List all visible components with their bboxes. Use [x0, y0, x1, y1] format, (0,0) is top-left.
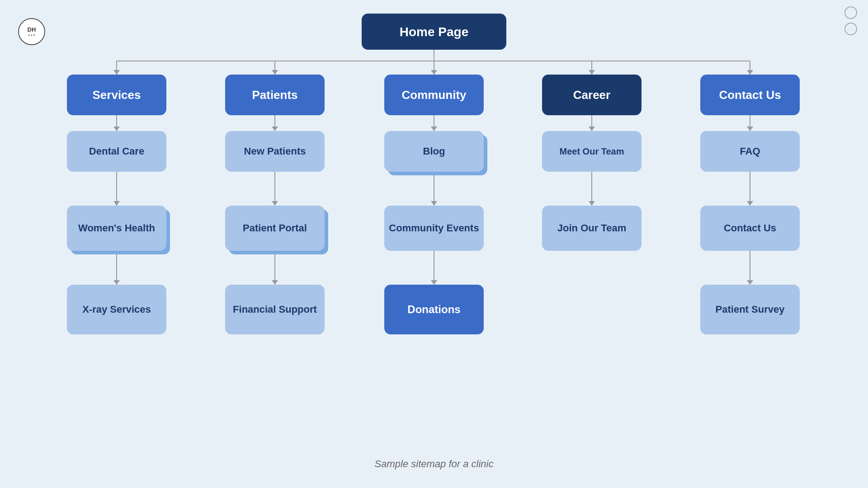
logo-text: DH	[28, 26, 36, 33]
svg-marker-35	[272, 280, 278, 285]
career-node[interactable]: Career	[542, 75, 642, 115]
blog-node[interactable]: Blog	[384, 131, 484, 172]
svg-marker-25	[272, 201, 278, 206]
svg-marker-8	[272, 70, 278, 75]
womens-health-node[interactable]: Women's Health	[67, 206, 166, 251]
financial-support-node[interactable]: Financial Support	[225, 285, 325, 334]
svg-marker-31	[747, 201, 753, 206]
community-events-node[interactable]: Community Events	[384, 206, 484, 251]
donations-node[interactable]: Donations	[384, 285, 484, 334]
svg-marker-11	[747, 70, 753, 75]
services-node[interactable]: Services	[67, 75, 166, 115]
corner-button-mid[interactable]	[844, 23, 857, 35]
svg-marker-33	[113, 280, 120, 285]
corner-button-top[interactable]	[844, 6, 857, 19]
dental-care-node[interactable]: Dental Care	[67, 131, 166, 172]
patient-portal-node[interactable]: Patient Portal	[225, 206, 325, 251]
xray-services-node[interactable]: X-ray Services	[67, 285, 166, 334]
patient-survey-node[interactable]: Patient Survey	[700, 285, 800, 334]
contact-us-l3-node[interactable]: Contact Us	[700, 206, 800, 251]
svg-marker-7	[113, 70, 120, 75]
svg-marker-37	[431, 280, 437, 285]
svg-marker-9	[431, 70, 437, 75]
patients-node[interactable]: Patients	[225, 75, 325, 115]
caption: Sample sitemap for a clinic	[375, 458, 494, 470]
svg-marker-17	[431, 127, 437, 131]
svg-marker-23	[113, 201, 120, 206]
join-our-team-node[interactable]: Join Our Team	[542, 206, 642, 251]
logo-subtext: • • •	[28, 33, 35, 38]
blog-node-stack: Blog	[384, 131, 484, 172]
svg-marker-10	[589, 70, 595, 75]
svg-marker-29	[589, 201, 595, 206]
logo: DH • • •	[18, 18, 45, 45]
patient-portal-stack: Patient Portal	[225, 206, 325, 251]
contact-us-node[interactable]: Contact Us	[700, 75, 800, 115]
svg-marker-21	[747, 127, 753, 131]
new-patients-node[interactable]: New Patients	[225, 131, 325, 172]
svg-marker-39	[747, 280, 753, 285]
svg-marker-19	[589, 127, 595, 131]
meet-our-team-node[interactable]: Meet Our Team	[542, 131, 642, 172]
svg-marker-15	[272, 127, 278, 131]
svg-marker-13	[113, 127, 120, 131]
community-node[interactable]: Community	[384, 75, 484, 115]
faq-node[interactable]: FAQ	[700, 131, 800, 172]
home-page-node[interactable]: Home Page	[362, 14, 506, 50]
svg-marker-27	[431, 201, 437, 206]
womens-health-stack: Women's Health	[67, 206, 166, 251]
